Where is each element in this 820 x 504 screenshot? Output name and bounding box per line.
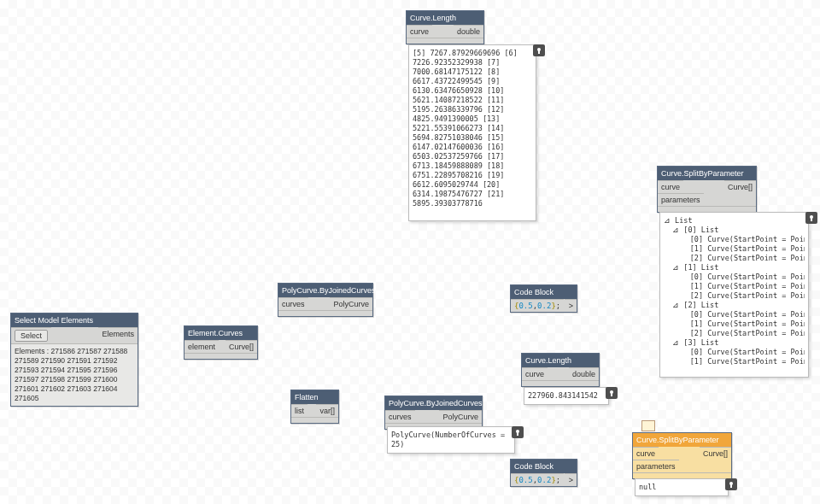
- node-header: Code Block: [511, 460, 577, 473]
- select-button[interactable]: Select: [15, 330, 48, 342]
- input-port[interactable]: parameters: [658, 193, 704, 206]
- output-port[interactable]: Curve[]: [700, 447, 731, 460]
- output-port[interactable]: Elements: [98, 327, 138, 343]
- pin-icon[interactable]: [805, 212, 817, 224]
- node-header: PolyCurve.ByJoinedCurves: [278, 284, 372, 297]
- node-curve-split-lower[interactable]: Curve.SplitByParameter curveCurve[] para…: [632, 432, 732, 479]
- input-port[interactable]: curves: [278, 297, 308, 310]
- node-polycurve-upper[interactable]: PolyCurve.ByJoinedCurves curvesPolyCurve: [278, 283, 373, 317]
- selection-list: Elements : 271586 271587 271588 271589 2…: [11, 343, 138, 406]
- watch-curve-length-upper: [5] 7267.87929669696 [6] 7226.9235232993…: [408, 44, 536, 221]
- watch-polycurve-lower: PolyCurve(NumberOfCurves = 25): [387, 426, 515, 454]
- node-curve-length-lower[interactable]: Curve.Length curvedouble: [521, 353, 600, 387]
- pin-icon[interactable]: [512, 426, 524, 438]
- output-port[interactable]: >: [565, 299, 577, 312]
- node-curve-split-upper[interactable]: Curve.SplitByParameter curveCurve[] para…: [657, 166, 757, 213]
- input-port[interactable]: curve: [407, 25, 432, 38]
- node-header: PolyCurve.ByJoinedCurves: [385, 396, 482, 410]
- node-header: Curve.SplitByParameter: [658, 167, 756, 180]
- node-code-block-lower[interactable]: Code Block {0.5,0.2};>: [510, 459, 577, 487]
- output-port[interactable]: Curve[]: [226, 340, 257, 353]
- output-port[interactable]: double: [569, 367, 599, 380]
- input-port[interactable]: curves: [385, 410, 415, 423]
- code-text[interactable]: {0.5,0.2};: [511, 299, 564, 312]
- node-header: Curve.Length: [407, 11, 483, 25]
- output-port[interactable]: double: [454, 25, 483, 38]
- graph-canvas[interactable]: { "nodes": { "select": { "title": "Selec…: [0, 0, 820, 504]
- input-port[interactable]: list: [291, 404, 308, 417]
- output-port[interactable]: PolyCurve: [330, 297, 372, 310]
- pin-icon[interactable]: [533, 44, 545, 56]
- warning-badge-icon[interactable]: [641, 420, 655, 431]
- watch-curve-split-lower: null: [635, 478, 729, 496]
- node-header: Curve.Length: [522, 354, 599, 367]
- code-text[interactable]: {0.5,0.2};: [511, 473, 564, 486]
- input-port[interactable]: curve: [658, 180, 683, 193]
- node-polycurve-lower[interactable]: PolyCurve.ByJoinedCurves curvesPolyCurve: [384, 396, 483, 430]
- input-port[interactable]: element: [184, 340, 219, 353]
- input-port[interactable]: curve: [633, 447, 659, 460]
- wires-layer: [0, 0, 256, 128]
- input-port[interactable]: parameters: [633, 460, 679, 472]
- node-header: Element.Curves: [184, 326, 257, 340]
- node-code-block-upper[interactable]: Code Block {0.5,0.2};>: [510, 284, 577, 313]
- node-element-curves[interactable]: Element.Curves elementCurve[]: [184, 325, 258, 360]
- pin-icon[interactable]: [725, 478, 737, 490]
- node-flatten[interactable]: Flatten listvar[]: [290, 390, 339, 424]
- input-port[interactable]: curve: [522, 367, 548, 380]
- node-header: Flatten: [291, 390, 338, 404]
- node-header: Code Block: [511, 285, 577, 299]
- output-port[interactable]: var[]: [316, 404, 338, 417]
- pin-icon[interactable]: [606, 387, 618, 399]
- node-header: Select Model Elements: [11, 314, 138, 327]
- output-port[interactable]: Curve[]: [724, 180, 756, 193]
- node-header: Curve.SplitByParameter: [633, 433, 731, 447]
- node-curve-length-upper[interactable]: Curve.Length curvedouble: [406, 10, 484, 44]
- output-port[interactable]: PolyCurve: [439, 410, 482, 423]
- output-port[interactable]: >: [565, 473, 577, 486]
- node-select-model-elements[interactable]: Select Model Elements SelectElements Ele…: [10, 313, 138, 407]
- watch-curve-split-upper: ⊿ List ⊿ [0] List [0] Curve(StartPoint =…: [659, 212, 809, 378]
- watch-curve-length-lower: 227960.843141542: [524, 387, 609, 405]
